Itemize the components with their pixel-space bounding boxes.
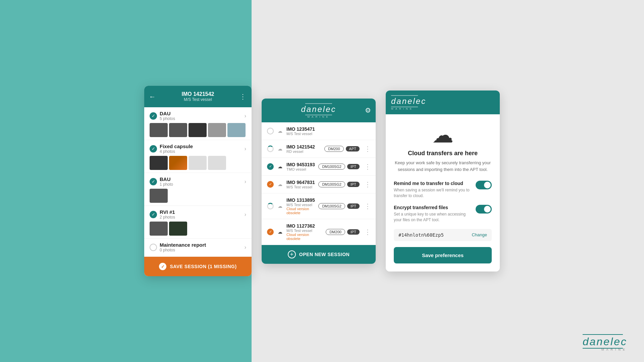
- screen3-logo-line-top: [391, 95, 418, 96]
- dau-chevron: ›: [245, 113, 246, 119]
- pref-encrypt-label: Encrypt transferred files: [394, 205, 472, 210]
- vessel-9453193-tags: DM100SG2 IPT: [318, 164, 360, 170]
- vessel-1421542-imo: IMO 1421542: [286, 144, 321, 149]
- watermark-logo-text: danelec: [583, 336, 627, 348]
- vessel-row-1235471[interactable]: ☁ IMO 1235471 M/S Test vessel: [262, 122, 376, 140]
- vessel-1127362-more-button[interactable]: ⋮: [364, 228, 371, 236]
- dau-photo-1: [150, 123, 168, 137]
- fixed-capsule-photo-4: [208, 156, 226, 170]
- screen2-logo-sub: MARINE: [307, 115, 330, 118]
- fixed-capsule-photo-2: [169, 156, 187, 170]
- pref-remind-toggle[interactable]: [476, 181, 492, 189]
- screen2-card: danelec MARINE ⚙ ☁ IMO 1235471 M/S Test …: [262, 99, 376, 264]
- rvi-count: 2 photos: [160, 215, 175, 220]
- pref-remind-sublabel: When saving a session we'll remind you t…: [394, 187, 472, 199]
- bau-photo-strip: [150, 189, 246, 203]
- vessel-9453193-tag-dm100sg2: DM100SG2: [318, 164, 345, 170]
- vessel-9453193-more-button[interactable]: ⋮: [364, 163, 371, 171]
- screen1-header: ← IMO 1421542 M/S Test vessel ⋮: [144, 86, 252, 107]
- bau-count: 1 photo: [160, 182, 173, 187]
- vessel-1313895-info: IMO 1313895 M/S Test vessel Cloud versio…: [286, 197, 315, 215]
- vessel-1421542-status: [266, 145, 274, 153]
- vessel-1235471-name: M/S Test vessel: [286, 132, 371, 136]
- fixed-capsule-chevron: ›: [245, 146, 246, 152]
- save-preferences-button[interactable]: Save preferences: [394, 247, 492, 263]
- rvi-check-icon: ✓: [150, 211, 157, 218]
- vessel-9647831-tag-dm100sg2: DM100SG2: [318, 181, 345, 187]
- bau-chevron: ›: [245, 179, 246, 185]
- vessel-1421542-info: IMO 1421542 RD vessel: [286, 144, 321, 154]
- vessel-1127362-status: ✓: [266, 228, 274, 236]
- vessel-row-9453193[interactable]: ✓ ☁ IMO 9453193 TMO vessel DM100SG2 IPT …: [262, 158, 376, 176]
- vessel-1313895-more-button[interactable]: ⋮: [364, 202, 371, 210]
- encryption-key-change-button[interactable]: Change: [472, 232, 487, 237]
- vessel-1127362-obsolete: Cloud version obsolete: [286, 233, 322, 241]
- section-maintenance[interactable]: Maintenance report 0 photos ›: [144, 239, 252, 257]
- maintenance-check-icon: [150, 244, 157, 251]
- screen3-logo-text: danelec: [391, 97, 494, 106]
- section-dau[interactable]: ✓ DAU 5 photos ›: [144, 107, 252, 140]
- rvi-chevron: ›: [245, 212, 246, 218]
- section-bau[interactable]: ✓ BAU 1 photo ›: [144, 173, 252, 206]
- plus-icon: +: [288, 250, 296, 258]
- vessel-1235471-info: IMO 1235471 M/S Test vessel: [286, 126, 371, 136]
- vessel-1313895-name: M/S Test vessel: [286, 203, 315, 207]
- watermark-line-top: [583, 334, 623, 335]
- cloud-transfers-desc: Keep your work safe by securely transfer…: [394, 160, 492, 173]
- open-session-button[interactable]: + OPEN NEW SESSION: [262, 245, 376, 264]
- screen1-title: IMO 1421542: [182, 91, 214, 97]
- screen2-gear-button[interactable]: ⚙: [365, 106, 371, 114]
- vessel-9647831-cloud-icon: ☁: [278, 182, 282, 187]
- save-session-button[interactable]: ✓ SAVE SESSION (1 MISSING): [144, 257, 252, 276]
- vessel-9453193-cloud-icon: ☁: [278, 164, 282, 169]
- vessel-1313895-tags: DM100SG2 IPT: [318, 203, 360, 209]
- vessel-9453193-status: ✓: [266, 163, 274, 171]
- rvi-photo-strip: [150, 222, 246, 236]
- section-rvi[interactable]: ✓ RVI #1 2 photos ›: [144, 206, 252, 239]
- screen1-card: ← IMO 1421542 M/S Test vessel ⋮ ✓ DAU 5 …: [144, 86, 252, 276]
- vessel-1313895-tag-dm100sg2: DM100SG2: [318, 203, 345, 209]
- pref-encrypt-row: Encrypt transferred files Set a unique k…: [394, 205, 492, 223]
- vessel-9453193-check: ✓: [267, 163, 274, 170]
- vessel-1235471-status: [266, 127, 274, 135]
- pref-encrypt-toggle[interactable]: [476, 205, 492, 214]
- screens-container: ← IMO 1421542 M/S Test vessel ⋮ ✓ DAU 5 …: [144, 86, 500, 276]
- vessel-1421542-tag-apt: APT: [346, 146, 360, 152]
- section-fixed-capsule[interactable]: ✓ Fixed capsule 4 photos ›: [144, 140, 252, 173]
- vessel-1313895-status: [266, 202, 274, 210]
- vessel-9453193-imo: IMO 9453193: [286, 162, 315, 167]
- rvi-photo-2: [169, 222, 187, 236]
- vessel-row-9647831[interactable]: ✓ ☁ IMO 9647831 M/S Test vessel DM100SG2…: [262, 176, 376, 193]
- screen2-header: danelec MARINE ⚙: [262, 99, 376, 122]
- screen3-logo: danelec MARINE: [391, 95, 494, 110]
- vessel-row-1127362[interactable]: ✓ ☁ IMO 1127362 M/S Test vessel Cloud ve…: [262, 219, 376, 245]
- pref-encrypt-text: Encrypt transferred files Set a unique k…: [394, 205, 472, 223]
- maintenance-count: 0 photos: [160, 248, 206, 252]
- dau-photo-5: [227, 123, 246, 137]
- fixed-capsule-name: Fixed capsule: [160, 143, 193, 149]
- vessel-row-1421542[interactable]: ☁ IMO 1421542 RD vessel DM200 APT ⋮: [262, 140, 376, 158]
- dau-photo-2: [169, 123, 187, 137]
- fixed-capsule-check-icon: ✓: [150, 145, 157, 153]
- vessel-1127362-tag-ipt: IPT: [347, 229, 360, 235]
- vessel-9647831-tag-ipt: IPT: [347, 182, 360, 187]
- vessel-9647831-info: IMO 9647831 M/S Test vessel: [286, 180, 315, 189]
- cloud-transfers-title: Cloud transfers are here: [408, 150, 478, 157]
- vessel-9647831-status: ✓: [266, 180, 274, 188]
- vessel-1421542-tag-dm200: DM200: [324, 146, 343, 152]
- pref-remind-label: Remind me to transfer to cloud: [394, 181, 472, 186]
- screen1-menu-button[interactable]: ⋮: [239, 93, 247, 101]
- encryption-key-row: #14hnlotn%60Ezp5 Change: [394, 229, 492, 241]
- vessel-row-1313895[interactable]: ☁ IMO 1313895 M/S Test vessel Cloud vers…: [262, 193, 376, 219]
- back-button[interactable]: ←: [149, 93, 156, 101]
- pref-remind-row: Remind me to transfer to cloud When savi…: [394, 181, 492, 199]
- screen3-card: danelec MARINE ☁ Cloud transfers are her…: [386, 90, 500, 271]
- screen1-subtitle: M/S Test vessel: [182, 97, 214, 102]
- pref-encrypt-sublabel: Set a unique key to use when accessing y…: [394, 212, 472, 223]
- dau-photo-4: [208, 123, 226, 137]
- vessel-1421542-spin: [267, 145, 274, 152]
- vessel-9647831-more-button[interactable]: ⋮: [364, 180, 371, 188]
- vessel-1421542-more-button[interactable]: ⋮: [364, 145, 371, 153]
- watermark-logo-sub: MARINE: [583, 348, 627, 351]
- vessel-1127362-cloud-icon: ☁: [278, 229, 282, 235]
